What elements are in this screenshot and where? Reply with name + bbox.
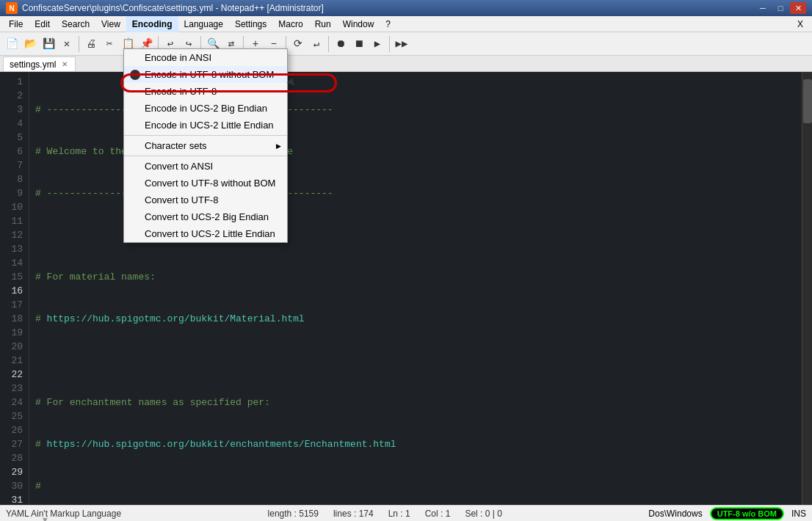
run-button[interactable]: ▶▶ [393, 35, 410, 53]
vertical-scrollbar[interactable] [802, 72, 812, 505]
editor: 1 2 3 4 5 6 7 8 9 10 11 12 13 14 15 16 1… [0, 72, 812, 505]
status-right: Dos\Windows UTF-8 w/o BOM INS [648, 507, 806, 520]
menu-bar: File Edit Search View Encoding Language … [0, 16, 812, 32]
save-button[interactable]: 💾 [40, 35, 57, 53]
ln3: 3 [3, 103, 23, 117]
title-bar-buttons: ─ □ ✕ [755, 2, 806, 14]
menu-file[interactable]: File [3, 16, 29, 32]
menu-macro[interactable]: Macro [272, 16, 308, 32]
tab-settings-yml[interactable]: settings.yml ✕ [3, 57, 76, 71]
status-lineending: Dos\Windows [648, 509, 702, 519]
menu-close-x[interactable]: X [791, 16, 809, 32]
status-col: Col : 1 [425, 509, 451, 519]
ln31: 31 [3, 493, 23, 505]
convert-ansi[interactable]: Convert to ANSI [124, 158, 287, 175]
cut-button[interactable]: ✂ [101, 35, 118, 53]
close-button[interactable]: ✕ [790, 2, 806, 14]
ln11: 11 [3, 214, 23, 228]
ln14: 14 [3, 256, 23, 270]
encode-utf8-no-bom[interactable]: Encode in UTF-8 without BOM [124, 66, 287, 83]
minimize-button[interactable]: ─ [755, 2, 771, 14]
sync-button[interactable]: ⟳ [289, 35, 307, 53]
wrap-button[interactable]: ↵ [308, 35, 325, 53]
toolbar: 📄 📂 💾 ✕ 🖨 ✂ 📋 📌 ↩ ↪ 🔍 ⇄ + − ⟳ ↵ ⏺ ⏹ ▶ ▶▶ [0, 32, 812, 56]
menu-view[interactable]: View [95, 16, 126, 32]
convert-ucs2-big[interactable]: Convert to UCS-2 Big Endian [124, 208, 287, 225]
status-middle: length : 5159 lines : 174 Ln : 1 Col : 1… [268, 509, 502, 519]
ln29: 29 [3, 465, 23, 479]
menu-settings[interactable]: Settings [229, 16, 272, 32]
status-ln: Ln : 1 [388, 509, 410, 519]
code-line-9: # https://hub.spigotmc.org/bukkit/enchan… [35, 437, 796, 451]
new-button[interactable]: 📄 [3, 35, 21, 53]
close-file-button[interactable]: ✕ [58, 35, 76, 53]
ln23: 23 [3, 382, 23, 396]
ln10: 10 [3, 200, 23, 214]
window-title: ConfiscateServer\plugins\Confiscate\sett… [22, 3, 324, 13]
macro-play[interactable]: ▶ [369, 35, 386, 53]
code-line-10: # [35, 479, 796, 493]
menu-language[interactable]: Language [178, 16, 229, 32]
macro-record[interactable]: ⏺ [332, 35, 349, 53]
ln16: 16 [3, 284, 23, 298]
encode-utf8[interactable]: Encode in UTF-8 [124, 83, 287, 100]
ln19: 19 [3, 326, 23, 340]
ln20: 20 [3, 340, 23, 354]
tab-close-button[interactable]: ✕ [60, 60, 69, 69]
ln18: 18 [3, 312, 23, 326]
tab-bar: settings.yml ✕ [0, 56, 812, 72]
toolbar-sep-6 [328, 36, 329, 52]
app-icon: N [6, 2, 18, 14]
menu-encoding[interactable]: Encoding [126, 16, 178, 32]
macro-stop[interactable]: ⏹ [350, 35, 368, 53]
main-content: File Edit Search View Encoding Language … [0, 16, 812, 521]
code-line-7 [35, 354, 796, 368]
menu-window[interactable]: Window [337, 16, 380, 32]
ln15: 15 [3, 270, 23, 284]
ln17: 17 [3, 298, 23, 312]
open-button[interactable]: 📂 [21, 35, 39, 53]
ln12: 12 [3, 228, 23, 242]
ln13: 13 [3, 242, 23, 256]
status-bar: YAML Ain't Markup Language length : 5159… [0, 505, 812, 521]
ln22: 22 [3, 368, 23, 382]
code-line-8: # For enchantment names as specified per… [35, 396, 796, 409]
ln1: 1 [3, 75, 23, 89]
menu-help[interactable]: ? [380, 16, 396, 32]
ln4: 4 [3, 117, 23, 131]
convert-utf8[interactable]: Convert to UTF-8 [124, 192, 287, 208]
ln26: 26 [3, 423, 23, 437]
menu-edit[interactable]: Edit [29, 16, 56, 32]
ln27: 27 [3, 437, 23, 451]
ln25: 25 [3, 409, 23, 423]
code-line-6: # https://hub.spigotmc.org/bukkit/Materi… [35, 312, 796, 326]
ln2: 2 [3, 89, 23, 103]
line-numbers: 1 2 3 4 5 6 7 8 9 10 11 12 13 14 15 16 1… [0, 72, 29, 505]
scrollbar-thumb[interactable] [803, 79, 812, 123]
ln28: 28 [3, 451, 23, 465]
convert-utf8-no-bom[interactable]: Convert to UTF-8 without BOM [124, 175, 287, 192]
menu-run[interactable]: Run [309, 16, 337, 32]
encode-ansi[interactable]: Encode in ANSI [124, 49, 287, 66]
print-button[interactable]: 🖨 [82, 35, 100, 53]
status-language: YAML Ain't Markup Language [6, 509, 121, 519]
encode-ucs2-little[interactable]: Encode in UCS-2 Little Endian [124, 117, 287, 134]
code-line-5: # For material names: [35, 270, 796, 284]
tab-label: settings.yml [10, 59, 56, 70]
maximize-button[interactable]: □ [772, 2, 789, 14]
encoding-dropdown: Encode in ANSI Encode in UTF-8 without B… [123, 48, 288, 243]
toolbar-sep-1 [79, 36, 79, 52]
menu-search[interactable]: Search [56, 16, 95, 32]
encode-ucs2-big[interactable]: Encode in UCS-2 Big Endian [124, 100, 287, 117]
character-sets[interactable]: Character sets [124, 137, 287, 154]
ln5: 5 [3, 131, 23, 145]
ln9: 9 [3, 186, 23, 200]
ln24: 24 [3, 396, 23, 409]
editor-wrapper: 1 2 3 4 5 6 7 8 9 10 11 12 13 14 15 16 1… [0, 72, 812, 505]
toolbar-sep-7 [389, 36, 390, 52]
ln30: 30 [3, 479, 23, 493]
convert-ucs2-little[interactable]: Convert to UCS-2 Little Endian [124, 225, 287, 242]
status-encoding-badge[interactable]: UTF-8 w/o BOM [710, 507, 784, 520]
title-bar-left: N ConfiscateServer\plugins\Confiscate\se… [6, 2, 324, 14]
ln6: 6 [3, 145, 23, 159]
